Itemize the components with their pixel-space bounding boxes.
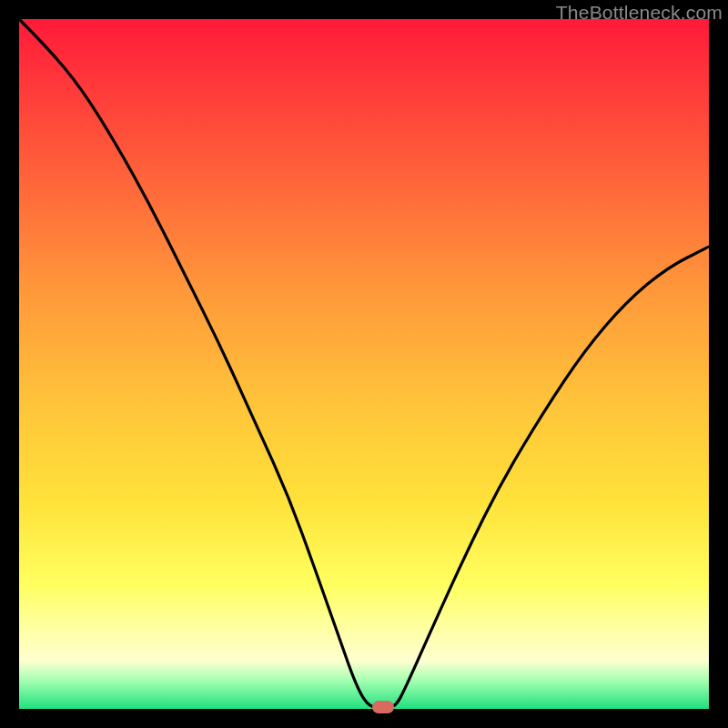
watermark-label: TheBottleneck.com	[556, 2, 723, 24]
optimal-point-marker	[372, 701, 394, 713]
bottleneck-curve	[19, 19, 709, 709]
